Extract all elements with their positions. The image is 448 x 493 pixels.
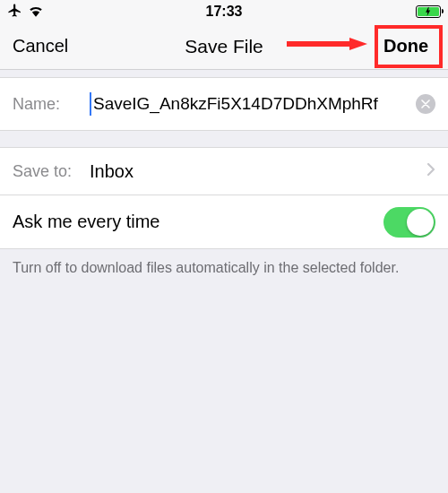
name-row: Name: (0, 77, 448, 131)
switch-knob (407, 209, 434, 236)
cancel-button[interactable]: Cancel (13, 36, 93, 56)
saveto-label: Save to: (13, 162, 90, 181)
chevron-right-icon (426, 162, 435, 180)
status-right (369, 5, 441, 18)
name-label: Name: (13, 95, 90, 114)
status-bar: 17:33 (0, 0, 448, 23)
status-left (7, 3, 79, 21)
nav-bar: Cancel Save File Done (0, 23, 448, 70)
airplane-icon (7, 3, 22, 21)
toggle-label: Ask me every time (13, 212, 383, 232)
status-time: 17:33 (206, 4, 243, 20)
ask-every-time-toggle[interactable] (383, 207, 435, 238)
done-button[interactable]: Done (355, 32, 435, 60)
footer-help-text: Turn off to download files automatically… (0, 249, 448, 278)
wifi-icon (28, 4, 44, 20)
clear-icon[interactable] (416, 94, 435, 114)
ask-every-time-row: Ask me every time (0, 195, 448, 249)
battery-icon (416, 5, 441, 18)
filename-input[interactable] (90, 92, 410, 116)
save-to-row[interactable]: Save to: Inbox (0, 147, 448, 195)
saveto-value: Inbox (90, 161, 421, 182)
page-title: Save File (185, 36, 263, 57)
